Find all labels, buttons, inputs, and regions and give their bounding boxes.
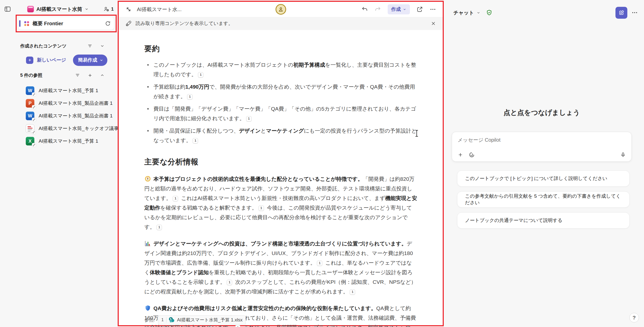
workspace-title: AI搭載スマート水筒	[36, 6, 82, 13]
chevron-down-icon	[403, 8, 406, 11]
page-title: AI搭載スマート水...	[137, 6, 182, 13]
share-icon[interactable]	[416, 6, 423, 13]
filter-icon[interactable]	[75, 73, 80, 78]
header-actions: 作成	[361, 4, 436, 14]
file-label: AI搭載スマート水筒_予算 1	[39, 138, 98, 144]
more-options-icon[interactable]	[430, 6, 436, 13]
citation-badge[interactable]: 1	[157, 225, 162, 230]
refresh-icon[interactable]	[105, 20, 111, 27]
created-content-section: 作成されたコンテンツ	[20, 42, 105, 50]
chevron-down-icon[interactable]	[100, 44, 105, 48]
chevron-up-icon[interactable]	[100, 73, 105, 78]
references-footer-label: 参照:	[144, 317, 155, 323]
more-options-icon[interactable]	[631, 9, 638, 16]
sidebar-toggle-icon[interactable]	[4, 6, 11, 13]
sidebar-top-bar: AI搭載スマート水筒 1	[4, 5, 114, 14]
word-file-icon: W	[26, 112, 34, 120]
chat-input[interactable]: メッセージ Copilot	[452, 132, 632, 162]
chat-header: チャット	[453, 7, 638, 19]
compass-icon	[144, 175, 151, 182]
file-label: AI搭載スマート水筒_製品企画書 1	[39, 100, 113, 107]
shield-check-icon	[486, 9, 492, 16]
undo-icon[interactable]	[361, 6, 368, 13]
citation-badge[interactable]: 1	[227, 280, 232, 285]
copilot-icon[interactable]	[469, 152, 475, 158]
reference-item[interactable]: W AI搭載スマート水筒_製品企画書 1	[0, 110, 118, 122]
reference-item[interactable]: W AI搭載スマート水筒_予算 1	[0, 84, 118, 97]
add-page-button[interactable]	[26, 57, 33, 64]
suggestion-chip[interactable]: この参考文献からの引用文献を 5 つ含めて、要約の下書きを作成してください	[457, 191, 630, 208]
avatar[interactable]	[276, 4, 286, 15]
file-label: AI搭載スマート水筒_製品企画書 1	[39, 113, 113, 119]
references-footer: 参照: 1 S AI搭載スマート水筒_予算 1.xlsx	[144, 315, 246, 324]
document-body: 要約 このノートブックは、AI搭載スマート水筒プロジェクトの初期予算構成を一覧化…	[144, 30, 417, 327]
file-label: AI搭載スマート水筒_予算 1	[39, 87, 98, 94]
chevron-down-icon	[85, 7, 89, 11]
link-badge-icon	[32, 143, 36, 147]
citation-badge[interactable]: 1	[235, 325, 240, 327]
file-label: AI搭載スマート水筒_キックオフ議事録 1	[39, 125, 128, 132]
powerpoint-file-icon: P	[26, 99, 34, 108]
page-panel: AI搭載スマート水... 作成	[118, 1, 444, 326]
create-label: 作成	[391, 6, 401, 13]
citation-badge[interactable]: 1	[246, 116, 252, 121]
summary-bullet: 費目は「開発費」「デザイン費」「マーケ費」「QA費」「その他」の5カテゴリに整理…	[144, 104, 417, 123]
quick-create-button[interactable]: 簡易作成	[73, 55, 107, 66]
reference-item[interactable]: X AI搭載スマート水筒_予算 1	[0, 135, 118, 147]
member-count: 1	[111, 7, 114, 12]
suggestion-chip[interactable]: このノートブックで [トピック] について詳しく説明してください	[457, 170, 630, 187]
redo-icon[interactable]	[375, 6, 381, 13]
summary-heading: 要約	[144, 44, 417, 54]
chat-input-placeholder: メッセージ Copilot	[458, 137, 501, 143]
page-header: AI搭載スマート水... 作成	[119, 2, 443, 17]
new-page-label[interactable]: 新しいページ	[37, 57, 66, 63]
reference-file-list: W AI搭載スマート水筒_予算 1 P AI搭載スマート水筒_製品企画書 1 W…	[0, 84, 118, 147]
reference-item[interactable]: AI搭載スマート水筒_キックオフ議事録 1	[0, 122, 118, 135]
chat-mode-switcher[interactable]: チャット	[453, 9, 480, 16]
created-content-label: 作成されたコンテンツ	[20, 43, 66, 49]
word-file-icon: W	[26, 86, 34, 95]
reference-filename: AI搭載スマート水筒_予算 1.xlsx	[177, 317, 242, 323]
person-icon	[278, 6, 284, 12]
attach-plus-icon[interactable]	[458, 152, 463, 158]
sidebar: AI搭載スマート水筒 1 概要 Frontier 作成されたコンテンツ	[0, 0, 118, 327]
reference-item[interactable]: P AI搭載スマート水筒_製品企画書 1	[0, 97, 118, 110]
citation-badge[interactable]: 1	[259, 206, 264, 211]
chat-input-toolbar	[458, 152, 626, 158]
quick-create-label: 簡易作成	[78, 57, 97, 63]
microphone-icon[interactable]	[620, 152, 626, 158]
citation-badge[interactable]: 1	[193, 138, 198, 143]
members-button[interactable]: 1	[103, 6, 114, 12]
bar-chart-icon	[144, 240, 151, 247]
divider	[166, 317, 166, 322]
sidebar-item-overview[interactable]: 概要 Frontier	[18, 17, 114, 30]
references-count-label: 5 件の参照	[20, 72, 42, 78]
suggestion-chip[interactable]: ノートブックの共通テーマについて説明する	[457, 212, 630, 229]
summary-bullet: このノートブックは、AI搭載スマート水筒プロジェクトの初期予算構成を一覧化し、主…	[144, 60, 417, 79]
help-button[interactable]: ?	[629, 313, 639, 322]
expand-page-icon[interactable]	[125, 6, 132, 13]
link-badge-icon	[32, 105, 36, 109]
notebook-icon	[27, 6, 34, 12]
citation-badge[interactable]: 1	[317, 261, 322, 266]
citation-badge[interactable]: 1	[173, 196, 178, 201]
close-banner-icon[interactable]	[431, 21, 436, 26]
add-reference-icon[interactable]	[88, 73, 92, 78]
workspace-switcher[interactable]: AI搭載スマート水筒	[27, 6, 89, 13]
readonly-banner-text: 読み取り専用コンテンツを表示しています。	[136, 20, 233, 27]
new-chat-button[interactable]	[615, 7, 627, 19]
citation-badge[interactable]: 1	[198, 72, 203, 78]
overview-label: 概要 Frontier	[33, 20, 63, 27]
citation-badge[interactable]: 1	[187, 94, 192, 99]
link-badge-icon	[32, 118, 36, 122]
analysis-paragraph: デザインとマーケティングへの投資は、ブランド構築と市場浸透の土台づくりに位置づけ…	[144, 239, 417, 296]
text-cursor	[415, 130, 418, 137]
filter-icon[interactable]	[87, 43, 92, 48]
create-button[interactable]: 作成	[388, 4, 410, 14]
citation-badge[interactable]: 1	[350, 289, 355, 295]
reference-chip[interactable]: 1 S AI搭載スマート水筒_予算 1.xlsx	[158, 315, 246, 324]
transcript-file-icon	[26, 124, 34, 133]
analysis-heading: 主要な分析情報	[144, 157, 417, 167]
link-badge-icon	[32, 92, 36, 97]
annotation-rectangle-sidebar: 概要 Frontier	[16, 15, 117, 32]
